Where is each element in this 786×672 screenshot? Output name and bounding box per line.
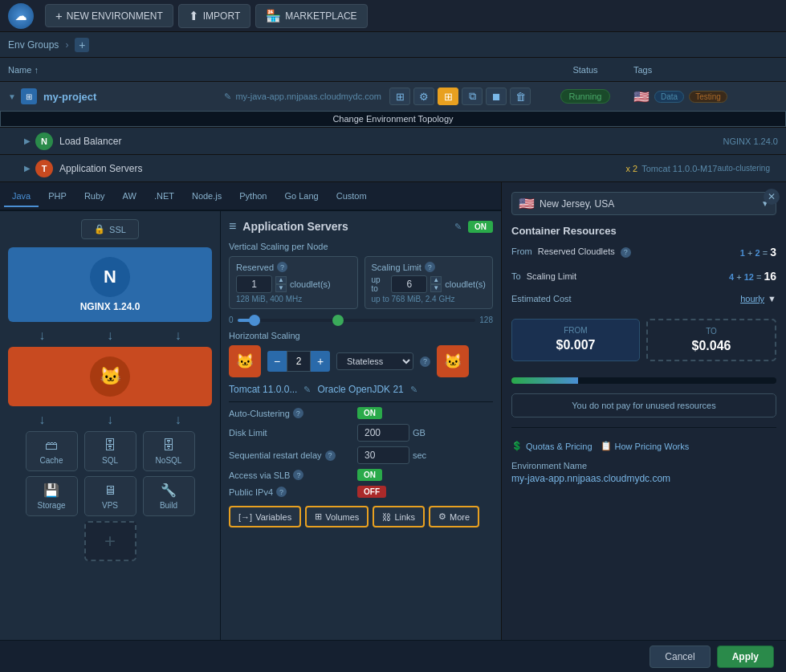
server-mini-icon: 🐱 xyxy=(229,345,261,377)
nginx-server-block[interactable]: N NGINX 1.24.0 xyxy=(8,247,212,322)
vps-icon: 🖥 xyxy=(104,483,116,498)
vps-node-button[interactable]: 🖥 VPS xyxy=(84,476,136,516)
tab-go[interactable]: Go Lang xyxy=(276,186,326,207)
count-control: − 2 + xyxy=(267,351,330,372)
stop-action-button[interactable]: ⏹ xyxy=(486,88,507,105)
apply-button[interactable]: Apply xyxy=(717,646,774,668)
from-label: From Reserved Cloudlets ? xyxy=(511,246,740,258)
more-button[interactable]: ⚙ More xyxy=(429,506,479,527)
slider-track[interactable] xyxy=(238,319,476,322)
auto-clustering-toggle[interactable]: ON xyxy=(357,407,382,419)
build-node-button[interactable]: 🔧 Build xyxy=(143,476,195,516)
copy-action-button[interactable]: ⧉ xyxy=(462,88,483,105)
add-node-button[interactable]: + xyxy=(84,521,136,561)
links-icon: ⛓ xyxy=(382,512,391,522)
dropdown-chevron-icon: ▼ xyxy=(768,294,776,303)
bottom-nodes-row2: 💾 Storage 🖥 VPS 🔧 Build xyxy=(8,476,212,516)
reserved-value-row: ▲ ▼ cloudlet(s) xyxy=(236,275,351,293)
disk-limit-input[interactable] xyxy=(357,424,409,442)
project-row[interactable]: ▼ ⊞ my-project ✎ my-java-app.nnjpaas.clo… xyxy=(0,82,786,111)
close-button[interactable]: ✕ xyxy=(764,189,780,205)
marketplace-button[interactable]: 🏪 MARKETPLACE xyxy=(255,4,367,28)
topology-action-button[interactable]: ⊞ xyxy=(438,88,458,105)
reserved-unit: cloudlet(s) xyxy=(290,279,331,289)
access-slb-info-icon[interactable]: ? xyxy=(293,470,303,480)
app-servers-toggle[interactable]: ON xyxy=(468,221,493,233)
scaling-limit-input[interactable] xyxy=(391,275,427,293)
tab-ruby[interactable]: Ruby xyxy=(76,186,113,207)
delete-action-button[interactable]: 🗑 xyxy=(510,88,531,105)
seq-restart-unit: sec xyxy=(413,450,426,460)
slider-min: 0 xyxy=(229,316,234,324)
from-info-icon[interactable]: ? xyxy=(621,247,631,258)
lock-icon: 🔒 xyxy=(94,224,105,234)
to-label: To Scaling Limit xyxy=(511,271,729,281)
stateless-info-icon[interactable]: ? xyxy=(420,356,430,367)
price-boxes: FROM $0.007 TO $0.046 xyxy=(511,319,776,361)
project-edit-icon[interactable]: ✎ xyxy=(224,92,231,102)
sql-icon: 🗄 xyxy=(104,438,116,453)
from-value: 1 + 2 = 3 xyxy=(740,246,776,259)
how-pricing-link[interactable]: 📋 How Pricing Works xyxy=(601,441,690,451)
storage-node-button[interactable]: 💾 Storage xyxy=(26,476,78,516)
tab-java[interactable]: Java xyxy=(4,186,39,207)
count-decrease-button[interactable]: − xyxy=(267,351,287,372)
scaling-limit-spin-down[interactable]: ▼ xyxy=(430,284,442,292)
scaling-limit-spin-up[interactable]: ▲ xyxy=(430,276,442,284)
tech-tabs: Java PHP Ruby AW .NET Node.js Python Go … xyxy=(0,182,501,211)
reserved-info-icon[interactable]: ? xyxy=(277,262,287,272)
container-resources-title: Container Resources xyxy=(511,225,776,237)
region-selector[interactable]: 🇺🇸 New Jersey, USA ▼ xyxy=(511,192,776,215)
volumes-button[interactable]: ⊞ Volumes xyxy=(305,506,369,527)
tab-python[interactable]: Python xyxy=(231,186,275,207)
grid-action-button[interactable]: ⊞ xyxy=(389,88,410,105)
stateless-select[interactable]: Stateless Stateful xyxy=(336,352,413,370)
cancel-button[interactable]: Cancel xyxy=(650,646,710,668)
nosql-node-button[interactable]: 🗄 NoSQL xyxy=(143,431,195,471)
tab-nodejs[interactable]: Node.js xyxy=(184,186,230,207)
cache-node-button[interactable]: 🗃 Cache xyxy=(26,431,78,471)
jdk-edit-icon[interactable]: ✎ xyxy=(410,385,417,395)
tab-php[interactable]: PHP xyxy=(40,186,75,207)
tab-net[interactable]: .NET xyxy=(146,186,182,207)
reserved-spin-up[interactable]: ▲ xyxy=(275,276,287,284)
reserved-label: Reserved ? xyxy=(236,262,351,272)
node-row-app-servers[interactable]: ▶ T Application Servers x 2 Tomcat 11.0.… xyxy=(0,154,786,181)
topology-editor: Java PHP Ruby AW .NET Node.js Python Go … xyxy=(0,182,502,640)
tab-custom[interactable]: Custom xyxy=(328,186,375,207)
reserved-spin-down[interactable]: ▼ xyxy=(275,284,287,292)
variables-button[interactable]: [→] Variables xyxy=(229,506,301,527)
config-edit-icon[interactable]: ✎ xyxy=(454,222,462,232)
sql-node-button[interactable]: 🗄 SQL xyxy=(84,431,136,471)
settings-action-button[interactable]: ⚙ xyxy=(413,88,434,105)
tomcat-edit-icon[interactable]: ✎ xyxy=(303,385,311,395)
public-ipv4-toggle[interactable]: OFF xyxy=(357,486,386,498)
node-expand-icon: ▶ xyxy=(24,136,31,145)
reserved-input[interactable] xyxy=(236,275,272,293)
storage-label: Storage xyxy=(37,501,65,510)
tab-aw[interactable]: AW xyxy=(115,186,145,207)
count-increase-button[interactable]: + xyxy=(311,351,330,372)
scaling-limit-info-icon[interactable]: ? xyxy=(425,262,435,272)
quotas-pricing-link[interactable]: 💲 Quotas & Pricing xyxy=(511,441,593,451)
node-row-load-balancer[interactable]: ▶ N Load Balancer NGINX 1.24.0 xyxy=(0,127,786,154)
down-arrow-icon-3: ↓ xyxy=(175,328,181,343)
seq-restart-info-icon[interactable]: ? xyxy=(325,450,336,461)
import-button[interactable]: ⬆ IMPORT xyxy=(178,4,250,28)
auto-clustering-info-icon[interactable]: ? xyxy=(293,408,303,418)
public-ipv4-info-icon[interactable]: ? xyxy=(276,487,287,497)
slider-reserved-thumb[interactable] xyxy=(249,315,260,326)
links-button[interactable]: ⛓ Links xyxy=(373,506,425,527)
new-environment-button[interactable]: + NEW ENVIRONMENT xyxy=(45,4,173,27)
auto-clustering-badge: auto-clustering xyxy=(717,164,770,173)
reserved-subvalue: 128 MiB, 400 MHz xyxy=(236,295,351,303)
slider-limit-thumb[interactable] xyxy=(332,315,344,326)
access-slb-toggle[interactable]: ON xyxy=(357,469,382,481)
hourly-link[interactable]: hourly xyxy=(740,294,764,303)
seq-restart-input[interactable] xyxy=(357,446,409,464)
footer-bar: Cancel Apply xyxy=(0,640,786,672)
add-env-group-button[interactable]: + xyxy=(75,38,89,52)
price-from-box: FROM $0.007 xyxy=(511,319,640,361)
ssl-button[interactable]: 🔒 SSL xyxy=(81,219,139,239)
tomcat-server-block[interactable]: 🐱 xyxy=(8,347,212,406)
